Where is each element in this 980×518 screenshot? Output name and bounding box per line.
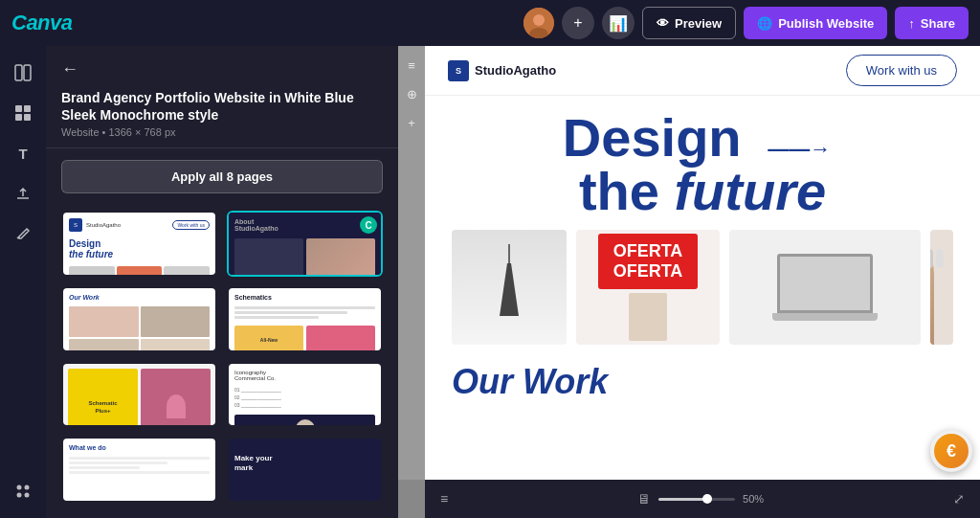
- topbar: Canva + 📊 👁 Preview 🌐 Publish Website ↑ …: [0, 0, 980, 46]
- publish-icon: 🌐: [757, 16, 772, 31]
- sidebar: ← Brand Agency Portfolio Website in Whit…: [46, 46, 398, 518]
- main-layout: T ← Brand Agency Portfolio Websit: [0, 46, 980, 518]
- page-thumb-4[interactable]: Schematics All-New Schematics: [227, 286, 383, 352]
- preview-nav: S StudioAgatho Work with us: [425, 46, 980, 96]
- work-with-us-button[interactable]: Work with us: [846, 55, 957, 86]
- hero-line1: Design: [563, 107, 742, 168]
- bottom-left-controls: ≡: [440, 491, 448, 507]
- avatar[interactable]: [523, 8, 554, 38]
- lamp-image: [452, 230, 567, 345]
- svg-point-1: [533, 14, 545, 26]
- laptop-screen: [777, 254, 873, 313]
- fullscreen-icon[interactable]: ⤢: [953, 491, 965, 507]
- notes-icon[interactable]: ≡: [440, 491, 448, 507]
- svg-rect-4: [24, 65, 31, 80]
- back-button[interactable]: ←: [61, 59, 383, 79]
- zoom-slider-fill: [658, 498, 704, 501]
- preview-logo: S StudioAgatho: [448, 60, 556, 81]
- canvas-toolbar: ≡ ⊕ +: [398, 46, 425, 480]
- oferta-image: OFERTA OFERTA: [576, 230, 720, 345]
- text-icon: T: [18, 146, 27, 162]
- thumb-1-text: Designthe future: [69, 238, 210, 259]
- extension-icon[interactable]: €: [930, 430, 972, 472]
- canvas-add-button[interactable]: +: [400, 111, 423, 134]
- canvas-bottom-bar: ≡ 🖥 50% ⤢: [425, 480, 980, 518]
- sidebar-template-subtitle: Website • 1366 × 768 px: [61, 126, 383, 138]
- topbar-actions: + 📊 👁 Preview 🌐 Publish Website ↑ Share: [523, 7, 969, 39]
- svg-point-9: [17, 485, 22, 490]
- canvas-area: ≡ ⊕ + S StudioAgatho Work with us Design…: [398, 46, 980, 518]
- svg-rect-3: [15, 65, 22, 80]
- svg-point-11: [17, 493, 22, 498]
- canva-logo: Canva: [11, 11, 514, 35]
- zoom-slider-thumb: [702, 494, 712, 504]
- left-icon-bar: T: [0, 46, 46, 518]
- svg-rect-8: [24, 114, 31, 121]
- page-thumb-3[interactable]: Our Work Our Work: [61, 286, 217, 352]
- text-button[interactable]: T: [6, 136, 40, 170]
- page-thumb-6[interactable]: IconographyCommercial Co. 01 ___________…: [227, 362, 383, 428]
- svg-point-12: [25, 493, 30, 498]
- page-thumb-8[interactable]: Make yourmark Make your mark: [227, 437, 383, 503]
- elements-button[interactable]: [6, 96, 40, 130]
- laptop-shape: [772, 254, 878, 321]
- sidebar-template-title: Brand Agency Portfolio Website in White …: [61, 89, 383, 124]
- svg-rect-5: [15, 105, 22, 112]
- analytics-button[interactable]: 📊: [602, 7, 635, 39]
- preview-hero-section: Design ——→ the future: [425, 96, 980, 230]
- svg-point-10: [25, 485, 30, 490]
- zoom-percentage: 50%: [743, 493, 764, 505]
- hero-line2-italic: future: [674, 161, 826, 221]
- hero-line2: the: [579, 161, 659, 221]
- sidebar-header: ← Brand Agency Portfolio Website in Whit…: [46, 46, 398, 148]
- preview-our-work: Our Work: [425, 354, 980, 402]
- laptop-image: [729, 230, 921, 345]
- laptop-base: [772, 313, 878, 321]
- publish-button[interactable]: 🌐 Publish Website: [744, 7, 887, 39]
- canvas-position-button[interactable]: ⊕: [400, 82, 423, 105]
- upload-button[interactable]: [6, 176, 40, 211]
- studio-logo-icon: S: [448, 60, 469, 81]
- add-button[interactable]: +: [562, 7, 594, 39]
- draw-button[interactable]: [6, 216, 40, 251]
- share-button[interactable]: ↑ Share: [895, 7, 969, 39]
- woman-image: [930, 230, 953, 345]
- device-preview-icon[interactable]: 🖥: [637, 491, 651, 507]
- preview-button[interactable]: 👁 Preview: [642, 7, 736, 39]
- canvas-content: S StudioAgatho Work with us Design ——→ t…: [425, 46, 980, 480]
- panels-toggle-button[interactable]: [6, 56, 40, 90]
- pages-grid: S StudioAgatho Work with us Designthe fu…: [46, 205, 398, 518]
- zoom-slider[interactable]: [658, 498, 735, 501]
- preview-hero-title: Design ——→ the future: [448, 111, 957, 218]
- studio-logo-text: StudioAgatho: [475, 63, 556, 78]
- canvas-layers-button[interactable]: ≡: [400, 54, 423, 77]
- share-icon: ↑: [908, 16, 915, 31]
- apply-all-pages-button[interactable]: Apply all 8 pages: [61, 160, 383, 193]
- apps-button[interactable]: [6, 474, 40, 508]
- svg-rect-7: [15, 114, 22, 121]
- svg-rect-6: [24, 105, 31, 112]
- extension-icon-inner: €: [934, 434, 969, 468]
- bottom-right-controls: ⤢: [953, 491, 965, 507]
- page-thumb-2[interactable]: C AboutStudioAgatho About StudioAgatho: [227, 211, 383, 277]
- preview-images-row: OFERTA OFERTA: [425, 230, 980, 354]
- page-thumb-7[interactable]: What we do What we do: [61, 437, 217, 503]
- bottom-center-controls: 🖥 50%: [637, 491, 764, 507]
- page-thumb-1[interactable]: S StudioAgatho Work with us Designthe fu…: [61, 211, 217, 277]
- oferta-text: OFERTA OFERTA: [598, 234, 699, 289]
- page-thumb-5[interactable]: Schematic Plus+ Schematic Plus+: [61, 362, 217, 428]
- preview-eye-icon: 👁: [657, 16, 669, 31]
- hero-arrow: ——→: [768, 137, 831, 161]
